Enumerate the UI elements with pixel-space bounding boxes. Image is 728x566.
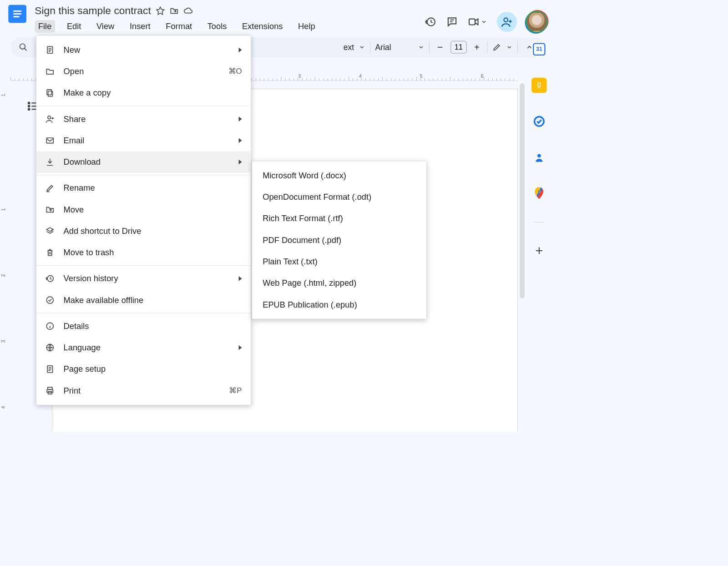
submenu-item-rich-text-format-rtf[interactable]: Rich Text Format (.rtf) <box>252 208 426 229</box>
trash-icon <box>46 248 55 257</box>
submenu-arrow-icon <box>239 276 242 281</box>
submenu-arrow-icon <box>239 47 242 52</box>
submenu-item-label: PDF Document (.pdf) <box>263 235 341 245</box>
submenu-item-pdf-document-pdf[interactable]: PDF Document (.pdf) <box>252 229 426 251</box>
submenu-item-label: OpenDocument Format (.odt) <box>263 192 371 202</box>
menu-item-details[interactable]: Details <box>36 315 251 337</box>
font-size-increment[interactable]: + <box>471 42 482 53</box>
folder-icon <box>46 67 55 76</box>
menu-item-make-available-offline[interactable]: Make available offline <box>36 289 251 311</box>
account-avatar[interactable] <box>526 12 546 32</box>
menu-item-page-setup[interactable]: Page setup <box>36 359 251 380</box>
contacts-app-icon[interactable] <box>531 150 547 165</box>
submenu-arrow-icon <box>239 345 242 350</box>
submenu-item-opendocument-format-odt[interactable]: OpenDocument Format (.odt) <box>252 186 426 207</box>
menu-item-version-history[interactable]: Version history <box>36 268 251 289</box>
shortcut-icon <box>46 227 55 236</box>
font-selector[interactable]: Arial <box>375 42 414 52</box>
ruler-vertical[interactable]: 11234 <box>2 81 11 431</box>
calendar-app-icon[interactable]: 31 <box>531 42 547 57</box>
svg-rect-16 <box>48 251 52 256</box>
menu-item-label: Add shortcut to Drive <box>64 226 142 236</box>
person-add-icon <box>501 16 513 28</box>
side-panel: 31 + <box>527 42 551 259</box>
ruler-number: 4 <box>359 73 362 79</box>
menu-item-make-a-copy[interactable]: Make a copy <box>36 82 251 104</box>
history-icon[interactable] <box>425 16 436 28</box>
chevron-down-icon[interactable] <box>359 44 365 51</box>
menu-item-rename[interactable]: Rename <box>36 177 251 199</box>
header-actions <box>425 5 546 32</box>
menu-item-print[interactable]: Print⌘P <box>36 380 251 401</box>
submenu-item-epub-publication-epub[interactable]: EPUB Publication (.epub) <box>252 294 426 315</box>
document-title[interactable]: Sign this sample contract <box>35 5 151 17</box>
get-addons-button[interactable]: + <box>531 243 547 259</box>
submenu-item-label: Rich Text Format (.rtf) <box>263 214 343 223</box>
rename-icon <box>46 183 55 192</box>
share-button[interactable] <box>497 12 517 32</box>
menubar-item-edit[interactable]: Edit <box>63 20 85 32</box>
ruler-number: 4 <box>0 406 6 409</box>
keep-app-icon[interactable] <box>531 78 547 93</box>
menu-item-download[interactable]: Download <box>36 151 251 172</box>
submenu-item-label: Web Page (.html, zipped) <box>263 278 356 288</box>
star-icon[interactable] <box>156 6 165 15</box>
cloud-saved-icon[interactable] <box>183 6 192 15</box>
menubar-item-insert[interactable]: Insert <box>126 20 154 32</box>
submenu-arrow-icon <box>239 116 242 121</box>
menu-item-label: Rename <box>64 183 95 193</box>
menubar-item-tools[interactable]: Tools <box>204 20 230 32</box>
menu-item-add-shortcut-to-drive[interactable]: Add shortcut to Drive <box>36 220 251 242</box>
menu-separator <box>36 175 251 175</box>
title-area: Sign this sample contract FileEditViewIn… <box>35 5 425 37</box>
menu-item-share[interactable]: Share <box>36 108 251 130</box>
font-size-decrement[interactable]: − <box>435 42 446 53</box>
move-to-folder-icon[interactable] <box>170 6 179 15</box>
menu-item-email[interactable]: Email <box>36 130 251 151</box>
info-icon <box>46 322 55 331</box>
submenu-item-web-page-html-zipped[interactable]: Web Page (.html, zipped) <box>252 273 426 294</box>
maps-app-icon[interactable] <box>531 186 547 202</box>
divider <box>487 41 488 53</box>
menu-item-move-to-trash[interactable]: Move to trash <box>36 242 251 263</box>
svg-point-18 <box>46 297 53 303</box>
menubar-item-view[interactable]: View <box>93 20 118 32</box>
styles-selector-label[interactable]: ext <box>344 42 354 52</box>
edit-mode-icon[interactable] <box>492 43 501 52</box>
docs-logo-icon[interactable] <box>8 5 26 23</box>
history-icon <box>46 274 55 283</box>
menu-item-label: Email <box>64 136 85 145</box>
submenu-item-label: Microsoft Word (.docx) <box>263 171 346 180</box>
ruler-number: 5 <box>420 73 423 79</box>
menubar-item-format[interactable]: Format <box>162 20 196 32</box>
chevron-down-icon[interactable] <box>506 44 512 51</box>
menubar-item-help[interactable]: Help <box>294 20 318 32</box>
page-icon <box>46 45 55 55</box>
menu-item-move[interactable]: Move <box>36 199 251 220</box>
menu-item-language[interactable]: Language <box>36 337 251 358</box>
svg-rect-13 <box>47 90 51 95</box>
menu-item-label: Move <box>64 205 84 214</box>
menu-item-label: New <box>64 45 81 55</box>
search-icon[interactable] <box>19 43 28 52</box>
menu-item-new[interactable]: New <box>36 39 251 61</box>
menu-item-label: Make a copy <box>64 88 111 98</box>
submenu-item-plain-text-txt[interactable]: Plain Text (.txt) <box>252 251 426 272</box>
svg-point-14 <box>48 116 51 119</box>
meet-button[interactable] <box>468 16 487 28</box>
vertical-scrollbar[interactable] <box>520 83 525 298</box>
svg-point-10 <box>538 190 541 193</box>
person-add-icon <box>46 115 55 124</box>
tasks-app-icon[interactable] <box>531 114 547 129</box>
menubar-item-extensions[interactable]: Extensions <box>238 20 286 32</box>
font-size-input[interactable]: 11 <box>450 41 466 53</box>
submenu-item-microsoft-word-docx[interactable]: Microsoft Word (.docx) <box>252 165 426 186</box>
divider <box>370 41 370 53</box>
menu-item-label: Make available offline <box>64 295 144 305</box>
svg-rect-12 <box>48 91 53 96</box>
menubar-item-file[interactable]: File <box>35 20 55 32</box>
comments-icon[interactable] <box>446 16 458 28</box>
menu-item-open[interactable]: Open⌘O <box>36 61 251 82</box>
chevron-down-icon[interactable] <box>418 44 425 51</box>
menu-item-label: Share <box>64 114 86 124</box>
